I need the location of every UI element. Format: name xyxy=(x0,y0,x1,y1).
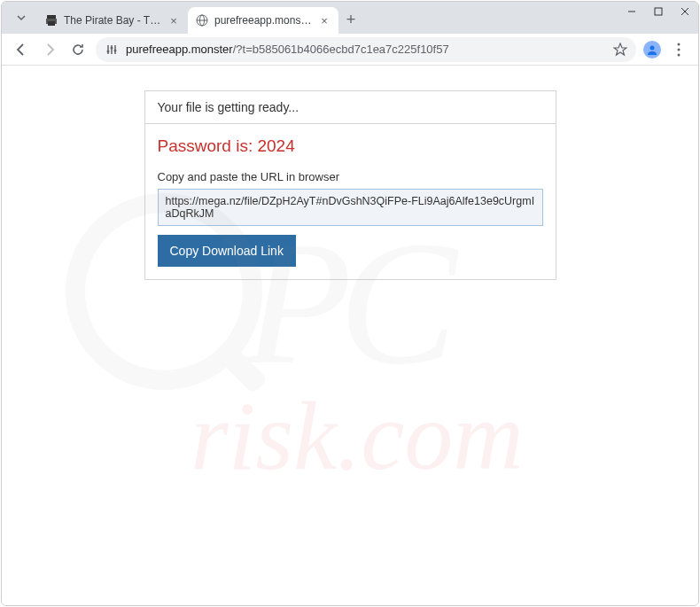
url-box[interactable]: https://mega.nz/file/DZpH2AyT#nDvGshN3Qi… xyxy=(158,189,543,226)
svg-text:risk.com: risk.com xyxy=(191,382,524,490)
printer-icon xyxy=(44,13,58,27)
password-text: Password is: 2024 xyxy=(158,136,543,156)
svg-point-17 xyxy=(678,43,681,45)
minimize-button[interactable] xyxy=(618,2,645,21)
svg-point-16 xyxy=(650,45,655,50)
svg-point-13 xyxy=(107,50,110,52)
tab-pirate-bay[interactable]: The Pirate Bay - The galaxy's mo × xyxy=(37,7,188,34)
reload-button[interactable] xyxy=(67,39,89,60)
svg-rect-2 xyxy=(48,21,55,26)
svg-rect-0 xyxy=(47,15,56,19)
close-icon[interactable]: × xyxy=(167,13,181,27)
back-button[interactable] xyxy=(11,39,32,60)
svg-rect-21 xyxy=(215,341,268,393)
url-text: purefreeapp.monster/?t=b585061b4066ecbd7… xyxy=(126,43,606,56)
close-icon[interactable]: × xyxy=(317,13,331,27)
forward-button[interactable] xyxy=(39,39,60,60)
tab-purefreeapp[interactable]: purefreeapp.monster/?t=b585 × xyxy=(188,7,338,34)
svg-point-14 xyxy=(111,46,113,49)
svg-point-18 xyxy=(678,48,681,51)
card-header: Your file is getting ready... xyxy=(145,91,556,124)
tab-strip: The Pirate Bay - The galaxy's mo × puref… xyxy=(2,2,698,34)
profile-avatar[interactable] xyxy=(643,41,661,58)
tab-search-dropdown[interactable] xyxy=(9,5,34,30)
new-tab-button[interactable]: + xyxy=(338,7,363,32)
copy-download-link-button[interactable]: Copy Download Link xyxy=(158,235,296,267)
toolbar: purefreeapp.monster/?t=b585061b4066ecbd7… xyxy=(2,34,698,66)
page-content: PC risk.com Your file is getting ready..… xyxy=(2,66,698,605)
svg-rect-7 xyxy=(655,8,662,15)
globe-icon xyxy=(195,13,209,27)
address-bar[interactable]: purefreeapp.monster/?t=b585061b4066ecbd7… xyxy=(96,37,636,62)
tab-title: The Pirate Bay - The galaxy's mo xyxy=(64,14,161,27)
tab-title: purefreeapp.monster/?t=b585 xyxy=(214,14,312,27)
menu-button[interactable] xyxy=(668,39,689,60)
close-window-button[interactable] xyxy=(672,2,698,21)
site-settings-icon[interactable] xyxy=(105,43,119,57)
svg-point-19 xyxy=(678,53,681,56)
bookmark-star-icon[interactable] xyxy=(613,43,627,57)
svg-point-15 xyxy=(114,49,117,51)
maximize-button[interactable] xyxy=(645,2,672,21)
download-card: Your file is getting ready... Password i… xyxy=(144,90,556,280)
instruction-text: Copy and paste the URL in browser xyxy=(158,170,543,183)
